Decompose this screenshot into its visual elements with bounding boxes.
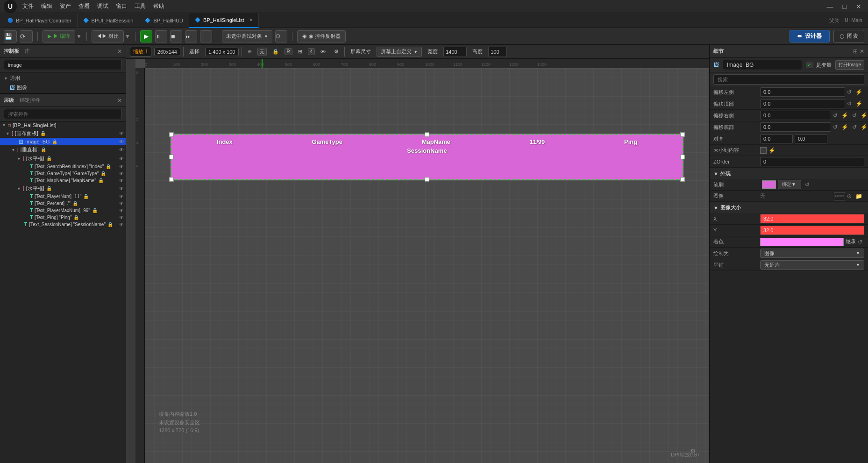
tab-close-btn[interactable]: ✕ (249, 17, 253, 22)
handle-top-mid[interactable] (425, 132, 429, 137)
layer-panel-close-btn[interactable]: ✕ (117, 97, 122, 104)
offset-bottom-link[interactable]: ⚡ (840, 123, 850, 131)
lock-btn[interactable]: 🔒 (270, 48, 282, 56)
offset-top-link[interactable]: ⚡ (854, 100, 864, 108)
offset-right-reset2[interactable]: ↺ (850, 111, 859, 120)
menu-view[interactable]: 查看 (78, 2, 90, 10)
layer-item-text-percent[interactable]: T [Text_Percent] "/" 🔒 👁 (0, 200, 126, 207)
eye-view-btn[interactable]: 👁 (318, 48, 328, 56)
text-mapname-eye[interactable]: 👁 (119, 178, 124, 183)
tiling-dropdown[interactable]: 无延片 ▼ (760, 260, 864, 270)
offset-top-reset[interactable]: ↺ (845, 100, 854, 108)
layer-item-text-gametype[interactable]: T [Text_GameType] "GameType" 🔒 👁 (0, 170, 126, 177)
offset-top-input[interactable] (760, 99, 845, 108)
menu-file[interactable]: 文件 (22, 2, 34, 10)
handle-bottom-right[interactable] (680, 177, 685, 182)
align-y-input[interactable] (795, 134, 827, 143)
compare-more[interactable]: ▼ (125, 33, 130, 40)
appearance-section[interactable]: ▼ 外观 (710, 168, 868, 179)
layer-item-text-ping[interactable]: T [Text_Ping] "Ping" 🔒 👁 (0, 214, 126, 221)
table-view-btn[interactable]: ⊞ (853, 48, 858, 55)
offset-right-link[interactable]: ⚡ (840, 111, 850, 120)
select-tool[interactable]: 选择 (186, 47, 202, 56)
play-btn[interactable]: ▶ (140, 30, 152, 43)
panel-close-btn[interactable]: ✕ (117, 48, 122, 55)
compile-btn[interactable]: ▶ ▶ 编译 (43, 30, 75, 43)
bind-controls-tab[interactable]: 绑定控件 (20, 97, 40, 104)
zorder-input[interactable] (760, 157, 864, 166)
handle-bottom-left[interactable] (169, 177, 174, 182)
canvas-eye-icon[interactable]: 👁 (119, 131, 124, 136)
layer-item-text-index[interactable]: T [Text_SearchResultIndex] "Index" 🔒 👁 (0, 163, 126, 170)
menu-help[interactable]: 帮助 (153, 2, 164, 10)
imagebg-eye-icon[interactable]: 👁 (119, 139, 124, 144)
globe-btn[interactable]: ⊕ (245, 48, 255, 56)
save-all-btn[interactable]: 💾 (4, 30, 17, 43)
open-image-btn[interactable]: 打开Image (835, 60, 864, 70)
debug-target-dropdown[interactable]: 未选中调试对象 ▼ (222, 30, 272, 43)
layer-item-canvas-panel[interactable]: ▼ [ [画布面板] 🔒 👁 (0, 129, 126, 138)
height-input[interactable] (488, 47, 507, 57)
resolution-dropdown[interactable]: 屏幕上自定义 ▼ (377, 47, 422, 57)
r-badge[interactable]: R (285, 48, 292, 55)
tab-bp-hallplayer[interactable]: 🔵 BP_HallPlayerController (2, 13, 78, 28)
widget-bg[interactable]: Index GameType MapName 11/99 Ping Sessio… (171, 134, 683, 180)
layer-item-text-playernum[interactable]: T [Text_PlayerNum] "11" 🔒 👁 (0, 193, 126, 200)
image-x-input[interactable] (760, 214, 864, 223)
text-percent-eye[interactable]: 👁 (119, 201, 124, 206)
hbox1-lock-icon[interactable]: 🔒 (46, 156, 52, 161)
align-x-input[interactable] (760, 134, 793, 143)
settings-btn[interactable]: ⚙ (331, 48, 342, 56)
vbox-lock-icon[interactable]: 🔒 (41, 147, 46, 152)
compare-btn[interactable]: ◀▶ 对比 (92, 30, 124, 43)
offset-right-link2[interactable]: ⚡ (859, 111, 868, 120)
minimize-btn[interactable]: — (824, 3, 836, 10)
text-sessionname-lock[interactable]: 🔒 (107, 222, 113, 227)
dpi-settings-btn[interactable]: ⚙ (690, 448, 696, 455)
offset-bottom-input[interactable] (760, 122, 831, 132)
image-preview[interactable]: None (834, 192, 845, 200)
control-search-input[interactable] (4, 60, 122, 70)
designer-btn[interactable]: ✏ 设计器 (790, 30, 830, 43)
debug-more-btn[interactable]: ⬡ (275, 30, 287, 43)
handle-top-right[interactable] (680, 132, 685, 137)
layer-item-hbox2[interactable]: ▼ [ [水平框] 🔒 👁 (0, 184, 126, 193)
offset-left-reset[interactable]: ↺ (845, 88, 854, 96)
pause-btn[interactable]: ⏸ (155, 30, 167, 43)
image-size-section[interactable]: ▼ 图像大小 (710, 202, 868, 213)
text-index-lock[interactable]: 🔒 (106, 164, 111, 169)
mode-badge[interactable]: 无 (257, 48, 267, 56)
graph-btn[interactable]: ⬡ 图表 (833, 30, 864, 43)
source-control-btn[interactable]: ⟳ (20, 30, 33, 43)
hbox2-eye-icon[interactable]: 👁 (119, 186, 124, 191)
draw-as-dropdown[interactable]: 图像 ▼ (760, 249, 864, 258)
text-playermaxnum-lock[interactable]: 🔒 (92, 208, 98, 213)
right-panel-close-btn[interactable]: ✕ (860, 48, 864, 55)
text-playermaxnum-eye[interactable]: 👁 (119, 208, 124, 213)
layer-item-hbox1[interactable]: ▼ [ [水平框] 🔒 👁 (0, 154, 126, 163)
image-y-input[interactable] (760, 226, 864, 235)
hbox2-lock-icon[interactable]: 🔒 (46, 186, 52, 191)
more-play-btn[interactable]: ⋮ (200, 30, 212, 43)
text-ping-eye[interactable]: 👁 (119, 215, 124, 220)
stop-btn[interactable]: ⏹ (170, 30, 182, 43)
text-mapname-lock[interactable]: 🔒 (98, 178, 104, 183)
vbox-eye-icon[interactable]: 👁 (119, 147, 124, 152)
size-content-link[interactable]: ⚡ (767, 146, 777, 155)
text-playernum-eye[interactable]: 👁 (119, 194, 124, 199)
general-section-header[interactable]: ▼ 通用 (0, 73, 126, 83)
layer-item-vertical-box[interactable]: ▼ [ [垂直框] 🔒 👁 (0, 145, 126, 154)
handle-bottom-mid[interactable] (425, 177, 429, 182)
text-gametype-lock[interactable]: 🔒 (100, 171, 106, 176)
canvas-lock-icon[interactable]: 🔒 (40, 131, 46, 136)
layer-panel-tab[interactable]: 层级 (4, 97, 14, 104)
compile-more[interactable]: ▼ (76, 33, 82, 40)
handle-mid-right[interactable] (680, 155, 685, 159)
reflector-btn[interactable]: ◉ ◉ 控件反射器 (297, 30, 346, 43)
image-item[interactable]: 🖼 图像 (0, 83, 126, 92)
close-window-btn[interactable]: ✕ (853, 3, 864, 10)
handle-mid-left[interactable] (169, 155, 174, 159)
library-tab[interactable]: 库 (25, 48, 30, 55)
prop-search-input[interactable] (713, 74, 864, 85)
menu-tools[interactable]: 工具 (135, 2, 146, 10)
